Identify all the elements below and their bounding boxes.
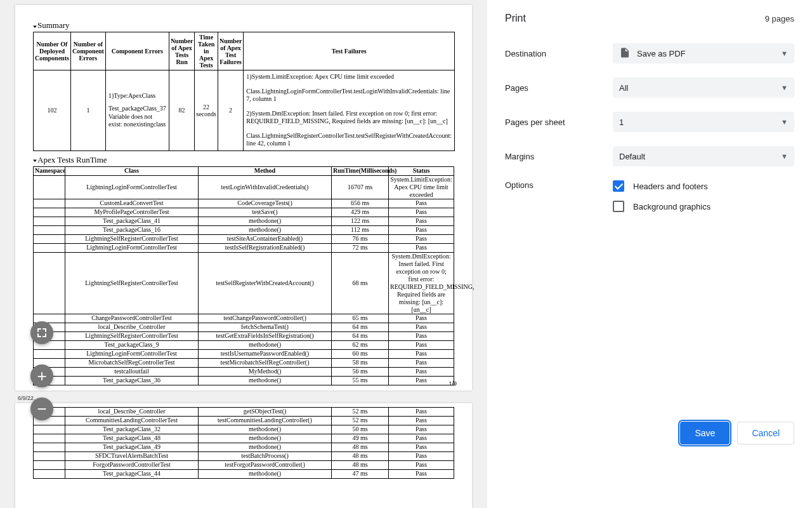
destination-label: Destination [505,49,613,58]
page-number: 1/9 [449,380,457,387]
margins-select[interactable]: Default ▼ [613,146,794,166]
table-row: Test_packageClass_36methodone()55 msPass [34,376,454,385]
summary-table: Number Of Deployed Components Number of … [33,32,455,151]
table-row: MicrobatchSelfRegControllerTesttestMicro… [34,358,454,367]
summary-title: Summary [33,20,454,30]
cancel-button[interactable]: Cancel [737,422,794,444]
print-sidebar: Print 9 pages Destination Save as PDF ▼ … [487,0,812,508]
table-row: LightningLoginFormControllerTesttestIsUs… [34,349,454,358]
table-row: Test_packageClass_48methodone()49 msPass [34,434,454,443]
table-row: local_Describe_ControllerfetchSchemaTest… [34,323,454,331]
table-row: SFDCTravelAlertsBatchTesttestBatchProces… [34,451,454,460]
pages-per-sheet-label: Pages per sheet [505,117,613,127]
table-row: Test_packageClass_41methodone()122 msPas… [34,217,454,225]
runtime-table-p2: local_Describe_ControllergetSObjectTest(… [33,407,454,479]
table-row: CommunitiesLandingControllerTesttestComm… [34,416,454,425]
margins-label: Margins [505,152,613,161]
preview-scroll[interactable]: Summary Number Of Deployed Components Nu… [0,0,487,508]
preview-page-2: 6/9/22, local_Describe_ControllergetSObj… [15,403,472,509]
page-date: 6/9/22, [18,395,36,401]
save-button[interactable]: Save [680,422,730,444]
table-row: LightningSelfRegisterControllerTesttestS… [34,234,454,243]
headers-footers-label: Headers and footers [633,182,708,191]
pages-label: Pages [505,83,613,93]
table-row: LightningLoginFormControllerTesttestLogi… [34,175,454,199]
chevron-down-icon: ▼ [781,118,788,126]
table-row: LightningSelfRegisterControllerTesttestG… [34,331,454,340]
background-graphics-label: Background graphics [633,202,710,211]
chevron-down-icon: ▼ [781,152,788,160]
runtime-table-p1: NamespaceClassMethodRunTime(Milliseconds… [33,166,454,385]
table-row: Test_packageClass_44methodone()47 msPass [34,469,454,478]
table-row: Test_packageClass_32methodone()50 msPass [34,425,454,434]
pdf-icon [619,47,631,60]
table-row: Test_packageClass_9methodone()62 msPass [34,340,454,349]
table-row: MyProfilePageControllerTesttestSave()429… [34,208,454,217]
table-row: ChangePasswordControllerTesttestChangePa… [34,314,454,323]
background-graphics-checkbox[interactable] [613,201,624,212]
print-preview-area: Summary Number Of Deployed Components Nu… [0,0,487,508]
zoom-in-button[interactable]: + [30,364,53,387]
runtime-title: Apex Tests RunTime [33,155,454,165]
table-row: ForgotPasswordControllerTesttestForgotPa… [34,460,454,469]
pages-select[interactable]: All ▼ [613,77,794,98]
pages-per-sheet-select[interactable]: 1 ▼ [613,112,794,132]
table-row: CustomLeadConvertTestCodeCoverageTests()… [34,199,454,208]
page-count: 9 pages [765,14,794,23]
preview-page-1: Summary Number Of Deployed Components Nu… [15,5,472,391]
zoom-out-button[interactable]: − [30,398,53,420]
table-row: LightningLoginFormControllerTesttestIsSe… [34,243,454,252]
print-title: Print [505,13,526,24]
table-row: Test_packageClass_16methodone()112 msPas… [34,225,454,234]
table-row: testcalloutfailMyMethod()56 msPass [34,367,454,376]
headers-footers-checkbox[interactable] [613,180,624,192]
destination-select[interactable]: Save as PDF ▼ [613,43,794,64]
options-label: Options [505,180,613,190]
table-row: local_Describe_ControllergetSObjectTest(… [34,407,454,416]
chevron-down-icon: ▼ [781,84,788,91]
fit-to-page-button[interactable] [30,321,53,344]
table-row: LightningSelfRegisterControllerTesttestS… [34,252,454,314]
table-row: Test_packageClass_49methodone()48 msPass [34,443,454,451]
chevron-down-icon: ▼ [781,50,788,57]
